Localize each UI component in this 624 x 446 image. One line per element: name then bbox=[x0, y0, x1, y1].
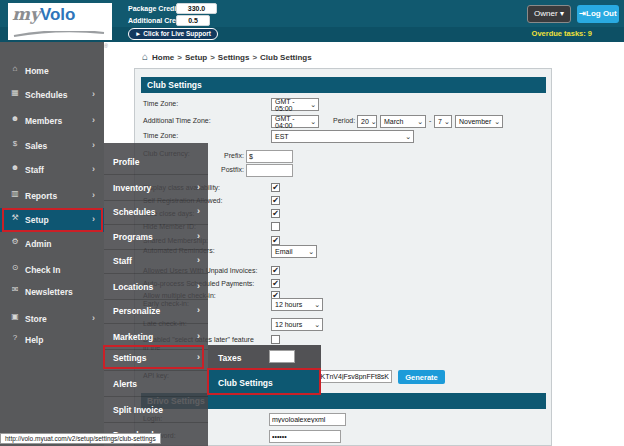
chevron-right-icon: › bbox=[197, 255, 200, 265]
select-dst-start-month[interactable]: March⌄ bbox=[380, 115, 426, 128]
chevron-right-icon: › bbox=[197, 352, 200, 362]
flyout-item-alerts[interactable]: Alerts bbox=[104, 372, 208, 397]
select-late-check-in[interactable]: 12 hours⌄ bbox=[271, 318, 323, 331]
select-dst-end-month[interactable]: November⌄ bbox=[455, 115, 503, 128]
sidebar-item-label: Setup bbox=[25, 215, 49, 225]
selected-value: GMT - 04:00 bbox=[275, 115, 308, 129]
chevron-right-icon: › bbox=[92, 214, 95, 224]
top-header: myVolo by Member Solutions® Package Cred… bbox=[0, 0, 624, 42]
subflyout-item-label: Club Settings bbox=[218, 378, 273, 388]
chevron-right-icon: › bbox=[92, 140, 95, 150]
member-icon: ☻ bbox=[9, 114, 21, 123]
input-currency-prefix[interactable] bbox=[246, 150, 293, 163]
flyout-item-split-invoice[interactable]: Split Invoice bbox=[104, 398, 208, 423]
checkbox-allowed-users-with-unpaid-invoices[interactable]: ✔ bbox=[271, 266, 280, 275]
flyout-item-label: Split Invoice bbox=[113, 405, 163, 415]
breadcrumb-item-home[interactable]: Home bbox=[152, 53, 174, 62]
selected-value: 7 bbox=[438, 118, 442, 125]
live-support-button[interactable]: ► Click for Live Support bbox=[128, 28, 218, 40]
breadcrumb-item-settings[interactable]: Settings bbox=[218, 53, 250, 62]
breadcrumb-item-setup[interactable]: Setup bbox=[185, 53, 207, 62]
breadcrumb: ⌂Home>Setup>Settings>Club Settings bbox=[142, 51, 312, 62]
logout-button[interactable]: ⇥Log Out bbox=[577, 5, 619, 23]
sidebar-item-admin[interactable]: ⚙Admin bbox=[0, 232, 104, 256]
sidebar-item-label: Home bbox=[25, 66, 49, 76]
breadcrumb-item-club-settings: Club Settings bbox=[260, 53, 312, 62]
subflyout-item-club-settings[interactable]: Club Settings bbox=[208, 370, 321, 395]
caret-down-icon: ⌄ bbox=[371, 119, 377, 125]
checkbox-auto-process-scheduled-payments[interactable]: ✔ bbox=[271, 279, 280, 288]
app-window: myVolo by Member Solutions® Package Cred… bbox=[0, 0, 624, 446]
flyout-item-label: Staff bbox=[113, 256, 132, 266]
flyout-item-label: Settings bbox=[113, 353, 147, 363]
flyout-item-personalize[interactable]: Personalize› bbox=[104, 299, 208, 324]
flyout-item-settings[interactable]: Settings› bbox=[104, 346, 208, 371]
chevron-right-icon: › bbox=[92, 190, 95, 200]
sidebar-item-label: Members bbox=[25, 116, 62, 126]
checkbox-hide-close-days[interactable]: ✔ bbox=[271, 209, 280, 218]
sidebar-item-label: Sales bbox=[25, 141, 47, 151]
chevron-right-icon: › bbox=[92, 164, 95, 174]
package-credits-input[interactable] bbox=[176, 3, 217, 14]
subflyout-item-label: Taxes bbox=[218, 353, 241, 363]
flyout-item-programs[interactable]: Programs› bbox=[104, 225, 208, 250]
flyout-item-label: Schedules bbox=[113, 207, 156, 217]
selected-value: EST bbox=[275, 133, 289, 140]
owner-dropdown-button[interactable]: Owner ▾ bbox=[527, 5, 571, 23]
checkbox-disabled-select-dates-later-feature-in-the[interactable] bbox=[271, 335, 280, 344]
sidebar-item-reports[interactable]: ▥Reports› bbox=[0, 184, 104, 208]
select-additional-time-zone[interactable]: GMT - 04:00⌄ bbox=[271, 115, 319, 128]
input-currency-postfix[interactable] bbox=[246, 164, 293, 177]
settings-subflyout-menu: TaxesClub Settings bbox=[208, 345, 321, 395]
sidebar-item-setup[interactable]: ⚒Setup› bbox=[0, 208, 104, 232]
sidebar-item-label: Check In bbox=[25, 265, 60, 275]
caret-down-icon: ⌄ bbox=[494, 119, 500, 125]
form-label-postfix: Postfix: bbox=[221, 166, 244, 173]
question-icon: ? bbox=[9, 333, 21, 342]
sidebar-item-check-in[interactable]: ⊙Check In bbox=[0, 258, 104, 282]
caret-down-icon: ⌄ bbox=[417, 119, 423, 125]
checkbox-hide-member-id[interactable] bbox=[271, 222, 280, 231]
selected-value: Email bbox=[275, 248, 293, 255]
sidebar-item-schedules[interactable]: ▦Schedules› bbox=[0, 83, 104, 107]
flyout-item-label: Programs bbox=[113, 232, 153, 242]
cart-icon: ▣ bbox=[9, 312, 21, 321]
generate-button[interactable]: Generate bbox=[398, 370, 445, 384]
clock-icon: ⊙ bbox=[9, 263, 21, 272]
caret-down-icon: ⌄ bbox=[314, 322, 320, 328]
status-bar-url: http://volo.myuat.com/v2/setup/settings/… bbox=[0, 433, 161, 444]
checkbox-display-class-availability[interactable]: ✔ bbox=[271, 183, 280, 192]
input-password[interactable] bbox=[269, 430, 341, 443]
flyout-item-schedules[interactable]: Schedules› bbox=[104, 200, 208, 225]
subflyout-item-taxes[interactable]: Taxes bbox=[208, 345, 321, 370]
checkbox-shared-membership[interactable]: ✔ bbox=[271, 236, 280, 245]
select-dst-end-day[interactable]: 7⌄ bbox=[434, 115, 452, 128]
caret-down-icon: ⌄ bbox=[444, 119, 450, 125]
chevron-right-icon: › bbox=[92, 115, 95, 125]
sidebar-item-home[interactable]: ⌂Home bbox=[0, 59, 104, 83]
flyout-item-staff[interactable]: Staff› bbox=[104, 249, 208, 274]
sidebar-item-help[interactable]: ?Help bbox=[0, 328, 104, 352]
select-time-zone[interactable]: EST⌄ bbox=[271, 130, 414, 143]
flyout-item-inventory[interactable]: Inventory› bbox=[104, 176, 208, 201]
sidebar-item-sales[interactable]: $Sales› bbox=[0, 134, 104, 158]
logo-swoosh bbox=[12, 31, 106, 38]
selected-value: GMT - 05:00 bbox=[275, 98, 308, 112]
flyout-item-locations[interactable]: Locations› bbox=[104, 275, 208, 300]
sidebar-item-staff[interactable]: ☻Staff› bbox=[0, 158, 104, 182]
input-field[interactable] bbox=[269, 350, 295, 363]
checkbox-self-registration-allowed[interactable]: ✔ bbox=[271, 196, 280, 205]
select-dst-start-day[interactable]: 20⌄ bbox=[357, 115, 377, 128]
select-time-zone[interactable]: GMT - 05:00⌄ bbox=[271, 98, 319, 111]
flyout-item-label: Inventory bbox=[113, 183, 151, 193]
additional-credits-input[interactable] bbox=[176, 15, 210, 26]
select-early-check-in[interactable]: 12 hours⌄ bbox=[271, 298, 323, 311]
input-login[interactable] bbox=[269, 413, 346, 426]
sidebar-item-members[interactable]: ☻Members› bbox=[0, 109, 104, 133]
select-automated-reminders[interactable]: Email⌄ bbox=[271, 245, 317, 258]
flyout-item-label: Locations bbox=[113, 282, 153, 292]
calendar-icon: ▦ bbox=[9, 88, 21, 97]
sidebar-item-newsletters[interactable]: ✉Newsletters bbox=[0, 280, 104, 304]
flyout-item-profile[interactable]: Profile bbox=[104, 150, 208, 175]
wrench-icon: ⚒ bbox=[9, 213, 21, 222]
